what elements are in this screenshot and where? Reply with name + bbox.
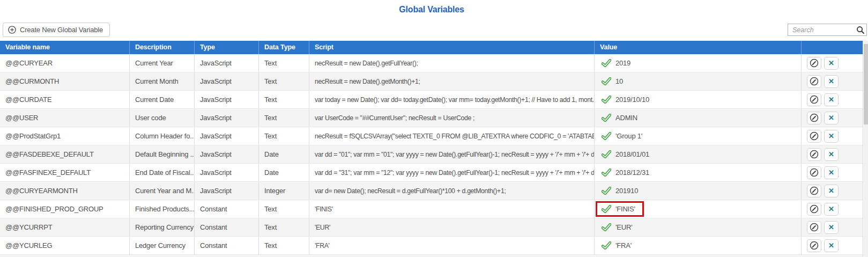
edit-variable-button[interactable]	[807, 148, 821, 161]
delete-variable-button[interactable]: ✕	[824, 130, 839, 143]
cell-value: 10	[595, 72, 802, 90]
value-text: 'FINIS'	[615, 205, 635, 213]
type-text: JavaScript	[200, 114, 232, 122]
cell-type: JavaScript	[195, 91, 259, 108]
edit-variable-button[interactable]	[807, 166, 821, 179]
data-type-text: Text	[264, 223, 277, 231]
create-new-global-variable-button[interactable]: Create New Global Variable	[3, 23, 110, 37]
cell-variable-name: @@CURMONTH	[0, 72, 130, 90]
variable-name-text: @@CURDATE	[5, 96, 51, 104]
table-row: @@CURYEAR Current Year JavaScript Text n…	[0, 54, 863, 72]
edit-variable-button[interactable]	[807, 93, 821, 106]
vertical-scrollbar[interactable]	[864, 41, 868, 257]
value-cell-content: 201910	[596, 183, 647, 199]
variable-name-text: @@CURYEARMONTH	[5, 187, 78, 195]
close-icon: ✕	[828, 169, 834, 176]
check-icon	[602, 77, 611, 85]
scrollbar-thumb[interactable]	[864, 44, 868, 124]
value-text: ADMIN	[615, 114, 637, 122]
cell-data-type: Integer	[259, 182, 309, 200]
check-icon	[602, 114, 611, 122]
edit-variable-button[interactable]	[807, 130, 821, 143]
cell-value: 2018/01/01	[595, 145, 802, 163]
edit-icon	[810, 131, 819, 141]
description-text: End Date of Fiscal...	[135, 168, 195, 177]
cell-script: var d= new Date(); necResult = d.getFull…	[309, 182, 595, 200]
script-text: necResult = fSQLCSVArray("select TEXTE_0…	[315, 133, 595, 140]
check-icon	[602, 187, 611, 195]
cell-value: 2019	[595, 54, 802, 72]
close-icon: ✕	[828, 78, 834, 85]
variable-name-text: @@ProdStatGrp1	[5, 132, 61, 140]
cell-variable-name: @@YCURLEG	[0, 237, 130, 254]
variable-name-text: @@FASFINEXE_DEFAULT	[5, 168, 91, 177]
value-text: 2018/12/31	[615, 168, 649, 177]
cell-type: Constant	[195, 200, 259, 218]
cell-description: End Date of Fiscal...	[130, 164, 195, 181]
delete-variable-button[interactable]: ✕	[824, 203, 839, 216]
delete-variable-button[interactable]: ✕	[824, 221, 839, 234]
edit-variable-button[interactable]	[807, 57, 821, 70]
description-text: User code	[135, 114, 166, 122]
check-icon	[602, 59, 611, 67]
cell-variable-name: @@CURYEARMONTH	[0, 182, 130, 200]
edit-variable-button[interactable]	[807, 239, 821, 252]
cell-type: JavaScript	[195, 72, 259, 90]
cell-actions: ✕	[802, 164, 863, 181]
table-row: @@FASFINEXE_DEFAULT End Date of Fiscal..…	[0, 164, 863, 182]
search-input[interactable]	[788, 24, 855, 35]
edit-icon	[810, 77, 819, 86]
cell-description: Default Beginning ...	[130, 145, 195, 163]
close-icon: ✕	[828, 96, 834, 103]
value-cell-content: 2019	[596, 55, 639, 71]
table-row: @@CURMONTH Current Month JavaScript Text…	[0, 72, 863, 91]
cell-actions: ✕	[802, 54, 863, 72]
edit-variable-button[interactable]	[807, 75, 821, 88]
delete-variable-button[interactable]: ✕	[824, 148, 839, 161]
data-type-text: Date	[264, 150, 279, 158]
value-cell-content: 2019/10/10	[596, 92, 658, 107]
cell-data-type: Text	[259, 200, 309, 218]
cell-script: var dd = "31"; var mm = "12"; var yyyy =…	[309, 164, 595, 181]
cell-data-type: Text	[259, 54, 309, 72]
search-icon[interactable]	[855, 26, 866, 34]
edit-icon	[810, 168, 819, 177]
global-variables-table: Variable name Description Type Data Type…	[0, 41, 863, 257]
table-row: @@ProdStatGrp1 Column Header fo... JavaS…	[0, 127, 863, 145]
close-icon: ✕	[828, 242, 834, 249]
cell-description: Ledger Currency	[130, 237, 195, 254]
check-icon	[602, 132, 611, 140]
close-icon: ✕	[828, 205, 834, 212]
cell-actions: ✕	[802, 127, 863, 145]
edit-variable-button[interactable]	[807, 112, 821, 124]
cell-script: 'FRA'	[309, 237, 595, 254]
delete-variable-button[interactable]: ✕	[824, 166, 839, 179]
value-cell-content: 'FRA'	[596, 238, 640, 253]
delete-variable-button[interactable]: ✕	[824, 185, 839, 197]
cell-data-type: Text	[259, 91, 309, 108]
value-cell-content: 2018/12/31	[596, 165, 658, 180]
value-text: 2019	[615, 59, 630, 67]
cell-actions: ✕	[802, 145, 863, 163]
table-row: @@CURDATE Current Date JavaScript Text v…	[0, 91, 863, 109]
delete-variable-button[interactable]: ✕	[824, 93, 839, 106]
data-type-text: Text	[264, 241, 277, 249]
cell-type: JavaScript	[195, 164, 259, 181]
delete-variable-button[interactable]: ✕	[824, 57, 839, 70]
cell-variable-name: @@YCURRPT	[0, 218, 130, 236]
cell-variable-name: @@FASFINEXE_DEFAULT	[0, 164, 130, 181]
delete-variable-button[interactable]: ✕	[824, 112, 839, 124]
cell-variable-name: @@ProdStatGrp1	[0, 127, 130, 145]
script-text: 'EUR'	[315, 224, 330, 231]
edit-variable-button[interactable]	[807, 203, 821, 216]
delete-variable-button[interactable]: ✕	[824, 239, 839, 252]
close-icon: ✕	[828, 114, 834, 121]
description-text: Column Header fo...	[135, 132, 195, 140]
column-header-variable-name: Variable name	[0, 41, 130, 54]
cell-description: Current Date	[130, 91, 195, 108]
check-icon	[602, 241, 611, 249]
edit-variable-button[interactable]	[807, 221, 821, 234]
cell-data-type: Date	[259, 145, 309, 163]
delete-variable-button[interactable]: ✕	[824, 75, 839, 88]
edit-variable-button[interactable]	[807, 185, 821, 197]
